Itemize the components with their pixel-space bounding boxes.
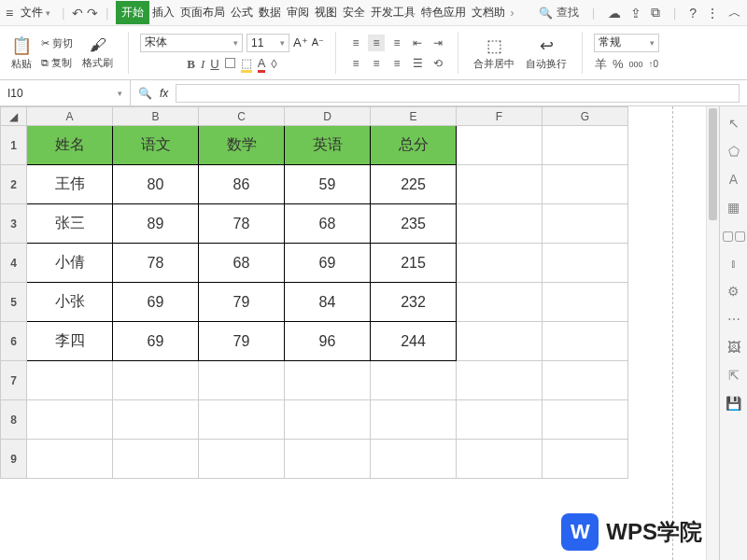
cell-F5[interactable] (457, 283, 543, 322)
fill-color-button[interactable]: ⬚ (241, 56, 252, 73)
cell-A3[interactable]: 张三 (27, 204, 113, 244)
tab-insert[interactable]: 插入 (149, 1, 177, 24)
chart-icon[interactable]: ⫾ (730, 256, 737, 271)
collapse-ribbon-icon[interactable]: ︿ (728, 5, 741, 21)
cell-C1[interactable]: 数学 (199, 126, 285, 165)
col-header-E[interactable]: E (371, 107, 457, 126)
cell-E6[interactable]: 244 (371, 322, 457, 361)
cell-C4[interactable]: 68 (199, 244, 285, 283)
col-header-A[interactable]: A (27, 107, 113, 126)
cell-B5[interactable]: 69 (113, 283, 199, 322)
cell-A9[interactable] (27, 440, 113, 479)
row-header-8[interactable]: 8 (1, 400, 27, 440)
apps-icon[interactable]: ▢▢ (722, 228, 746, 243)
font-panel-icon[interactable]: A (729, 172, 738, 187)
menu-hamburger-icon[interactable]: ≡ (6, 6, 13, 21)
formula-bar[interactable] (176, 84, 740, 103)
cell-B6[interactable]: 69 (113, 322, 199, 361)
wrap-text-button[interactable]: ↩自动换行 (522, 34, 571, 73)
cell-G5[interactable] (543, 283, 628, 322)
cell-C6[interactable]: 79 (199, 322, 285, 361)
cell-G4[interactable] (543, 244, 628, 283)
cell-B7[interactable] (113, 361, 199, 400)
row-header-7[interactable]: 7 (1, 361, 27, 400)
tab-security[interactable]: 安全 (340, 1, 368, 24)
cell-A4[interactable]: 小倩 (27, 244, 113, 283)
cell-C2[interactable]: 86 (199, 165, 285, 204)
underline-button[interactable]: U (210, 57, 218, 71)
number-format-select[interactable]: 常规▾ (594, 34, 659, 52)
cell-A6[interactable]: 李四 (27, 322, 113, 361)
clear-format-button[interactable]: ◊ (271, 57, 276, 71)
copy-button[interactable]: ⧉复制 (39, 55, 75, 71)
col-header-B[interactable]: B (113, 107, 199, 126)
cell-D1[interactable]: 英语 (285, 126, 371, 165)
comma-button[interactable]: 000 (629, 60, 643, 69)
tab-page-layout[interactable]: 页面布局 (177, 1, 228, 24)
align-top-icon[interactable]: ≡ (347, 35, 364, 51)
cell-F8[interactable] (457, 400, 543, 440)
align-left-icon[interactable]: ≡ (347, 55, 364, 72)
help-icon[interactable]: ? (689, 6, 697, 21)
col-header-D[interactable]: D (285, 107, 371, 126)
tab-formula[interactable]: 公式 (228, 1, 256, 24)
cell-F4[interactable] (457, 244, 543, 283)
cell-E4[interactable]: 215 (371, 244, 457, 283)
cut-button[interactable]: ✂剪切 (39, 35, 75, 51)
cell-G3[interactable] (543, 204, 628, 244)
cell-C3[interactable]: 78 (199, 204, 285, 244)
cell-B4[interactable]: 78 (113, 244, 199, 283)
tab-review[interactable]: 审阅 (284, 1, 312, 24)
distribute-icon[interactable]: ☰ (409, 55, 426, 72)
cell-E1[interactable]: 总分 (371, 126, 457, 165)
cell-B1[interactable]: 语文 (113, 126, 199, 165)
cell-G8[interactable] (543, 400, 628, 440)
font-name-select[interactable]: 宋体▾ (140, 34, 243, 52)
cell-G7[interactable] (543, 361, 628, 400)
font-size-select[interactable]: 11▾ (247, 34, 289, 52)
cell-D8[interactable] (285, 400, 371, 440)
cloud-icon[interactable]: ☁ (608, 6, 621, 21)
cell-D4[interactable]: 69 (285, 244, 371, 283)
export-icon[interactable]: ⇱ (728, 368, 740, 383)
file-menu[interactable]: 文件 ▾ (17, 3, 54, 22)
cell-D7[interactable] (285, 361, 371, 400)
align-bottom-icon[interactable]: ≡ (388, 35, 405, 51)
col-header-G[interactable]: G (543, 107, 628, 126)
italic-button[interactable]: I (201, 57, 204, 72)
cell-E3[interactable]: 235 (371, 204, 457, 244)
tab-devtools[interactable]: 开发工具 (368, 1, 418, 24)
vertical-scrollbar[interactable] (706, 106, 719, 560)
paste-button[interactable]: 📋粘贴 (7, 34, 35, 73)
cell-E8[interactable] (371, 400, 457, 440)
row-header-1[interactable]: 1 (1, 126, 27, 165)
cell-C9[interactable] (199, 440, 285, 479)
settings-icon[interactable]: ⚙ (727, 284, 740, 299)
align-center-icon[interactable]: ≡ (368, 55, 385, 72)
row-header-9[interactable]: 9 (1, 440, 27, 479)
cursor-icon[interactable]: ↖ (728, 116, 740, 131)
expand-fx-icon[interactable]: 🔍 (138, 87, 152, 100)
cell-G9[interactable] (543, 440, 628, 479)
cell-C8[interactable] (199, 400, 285, 440)
cell-F6[interactable] (457, 322, 543, 361)
cell-D9[interactable] (285, 440, 371, 479)
col-header-F[interactable]: F (457, 107, 543, 126)
cell-A7[interactable] (27, 361, 113, 400)
cell-E5[interactable]: 232 (371, 283, 457, 322)
save-icon[interactable]: 💾 (726, 396, 741, 411)
font-color-button[interactable]: A (258, 56, 266, 73)
search-button[interactable]: 🔍 查找 (539, 5, 579, 21)
indent-increase-icon[interactable]: ⇥ (430, 35, 446, 51)
cell-A1[interactable]: 姓名 (27, 126, 113, 165)
decimal-button[interactable]: ↑0 (649, 59, 659, 69)
align-right-icon[interactable]: ≡ (388, 55, 405, 72)
row-header-4[interactable]: 4 (1, 244, 27, 283)
cell-A8[interactable] (27, 400, 113, 440)
cell-F3[interactable] (457, 204, 543, 244)
tab-doc-assist[interactable]: 文档助 (469, 1, 508, 24)
image-icon[interactable]: 🖼 (727, 340, 740, 355)
cell-B3[interactable]: 89 (113, 204, 199, 244)
select-all-corner[interactable]: ◢ (1, 107, 27, 126)
cell-C5[interactable]: 79 (199, 283, 285, 322)
